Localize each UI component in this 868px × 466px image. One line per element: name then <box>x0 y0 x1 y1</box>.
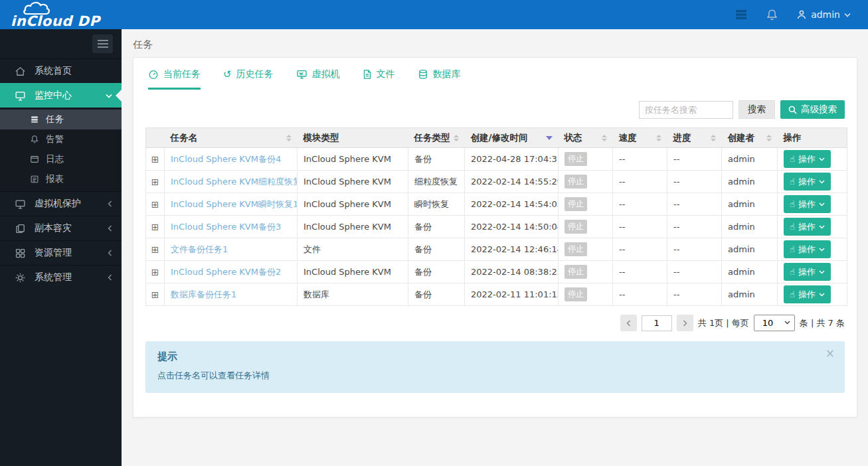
username: admin <box>811 9 840 20</box>
sort-icon <box>656 135 661 141</box>
hand-pointer-icon: ☝ <box>790 155 795 163</box>
row-action-button[interactable]: ☝ 操作 <box>784 263 831 281</box>
task-name-link[interactable]: InCloud Sphere KVM瞬时恢复1 <box>171 199 298 209</box>
status-badge: 停止 <box>564 287 587 301</box>
sidebar-item-replica-dr[interactable]: 副本容灾 <box>0 216 122 240</box>
tab-files[interactable]: 文件 <box>363 68 395 90</box>
progress-cell: -- <box>667 148 722 171</box>
next-page-button[interactable] <box>677 315 693 331</box>
column-status[interactable]: 状态 <box>559 128 613 148</box>
chevron-down-icon <box>819 225 825 229</box>
row-action-button[interactable]: ☝ 操作 <box>784 150 831 168</box>
column-progress[interactable]: 进度 <box>667 128 722 148</box>
column-created-time[interactable]: 创建/修改时间 <box>465 128 559 148</box>
sidebar-item-logs[interactable]: 日志 <box>0 149 122 169</box>
file-icon <box>363 69 372 80</box>
sort-icon <box>602 135 607 141</box>
task-search-input[interactable] <box>639 101 733 119</box>
close-icon[interactable]: × <box>825 348 835 359</box>
user-menu[interactable]: admin <box>796 9 851 20</box>
sidebar-item-home[interactable]: 系统首页 <box>0 58 122 83</box>
action-label: 操作 <box>798 198 816 210</box>
notifications-bell-icon[interactable] <box>766 9 778 21</box>
speed-cell: -- <box>613 238 667 261</box>
row-action-button[interactable]: ☝ 操作 <box>784 285 831 303</box>
chevron-left-icon <box>626 320 631 327</box>
sidebar-item-label: 系统管理 <box>35 272 72 283</box>
task-type-cell: 细粒度恢复 <box>408 171 465 193</box>
bell-icon <box>30 135 39 144</box>
log-window-icon <box>30 155 39 164</box>
sidebar-item-label: 报表 <box>46 173 64 185</box>
speed-cell: -- <box>613 261 667 283</box>
task-name-link[interactable]: InCloud Sphere KVM备份4 <box>171 154 281 164</box>
column-module-type[interactable]: 模块类型 <box>298 128 408 148</box>
per-page-select[interactable]: 10 <box>754 315 795 331</box>
task-name-link[interactable]: 文件备份任务1 <box>171 244 228 254</box>
grid-icon <box>15 248 26 259</box>
tab-history-tasks[interactable]: ↺ 历史任务 <box>223 68 274 90</box>
total-info: 条 | 共 7 条 <box>800 317 845 329</box>
database-icon <box>418 69 428 80</box>
sidebar-item-alerts[interactable]: 告警 <box>0 129 122 149</box>
task-type-cell: 瞬时恢复 <box>408 193 465 216</box>
sidebar-item-tasks[interactable]: 任务 <box>0 110 122 129</box>
tab-current-tasks[interactable]: 当前任务 <box>148 68 201 90</box>
tasks-table: 任务名 模块类型 任务类型 创建/修改时间 状态 速度 进度 创建者 操作 ⊞ … <box>145 127 847 306</box>
expand-row-icon[interactable]: ⊞ <box>151 177 159 187</box>
pagination: 共 1页 | 每页 10 条 | 共 7 条 <box>145 315 845 331</box>
task-name-link[interactable]: InCloud Sphere KVM备份2 <box>171 267 281 277</box>
history-icon: ↺ <box>223 70 232 80</box>
chevron-down-icon <box>819 270 825 274</box>
sidebar-item-reports[interactable]: 报表 <box>0 169 122 189</box>
row-action-button[interactable]: ☝ 操作 <box>784 240 831 258</box>
status-badge: 停止 <box>564 197 587 211</box>
hand-pointer-icon: ☝ <box>790 177 795 186</box>
expand-row-icon[interactable]: ⊞ <box>151 154 159 165</box>
column-expand <box>146 128 165 148</box>
chevron-left-icon <box>108 225 112 232</box>
expand-row-icon[interactable]: ⊞ <box>151 199 159 210</box>
column-creator[interactable]: 创建者 <box>722 128 778 148</box>
task-name-link[interactable]: InCloud Sphere KVM备份3 <box>171 222 281 232</box>
sidebar-item-resource-management[interactable]: 资源管理 <box>0 240 122 265</box>
expand-row-icon[interactable]: ⊞ <box>151 222 159 232</box>
expand-row-icon[interactable]: ⊞ <box>151 289 159 300</box>
sidebar-item-monitoring-center[interactable]: 监控中心 <box>0 83 122 108</box>
cloud-icon <box>23 1 65 15</box>
progress-cell: -- <box>667 216 722 238</box>
column-task-name[interactable]: 任务名 <box>165 128 298 148</box>
sidebar-item-label: 系统首页 <box>35 65 72 77</box>
prev-page-button[interactable] <box>620 315 637 331</box>
search-button[interactable]: 搜索 <box>738 100 775 119</box>
created-time-cell: 2022-02-14 14:54:03 <box>465 193 559 216</box>
row-action-button[interactable]: ☝ 操作 <box>784 218 831 236</box>
sidebar-item-system-management[interactable]: 系统管理 <box>0 265 122 289</box>
sidebar-item-label: 任务 <box>46 114 64 125</box>
sort-icon <box>454 135 459 141</box>
copy-pages-icon <box>15 223 26 234</box>
sidebar-item-vm-protection[interactable]: 虚拟机保护 <box>0 191 122 216</box>
status-badge: 停止 <box>564 265 587 279</box>
creator-cell: admin <box>722 238 778 261</box>
expand-row-icon[interactable]: ⊞ <box>151 267 159 277</box>
advanced-search-button[interactable]: 高级搜索 <box>780 100 845 119</box>
task-name-link[interactable]: InCloud Sphere KVM细粒度恢复1 <box>171 177 298 187</box>
created-time-cell: 2022-02-14 08:38:23 <box>465 261 559 283</box>
row-action-button[interactable]: ☝ 操作 <box>784 195 831 213</box>
task-type-cell: 备份 <box>408 148 465 171</box>
page-number-input[interactable] <box>642 315 672 331</box>
expand-row-icon[interactable]: ⊞ <box>151 244 159 255</box>
row-action-button[interactable]: ☝ 操作 <box>784 173 831 191</box>
servers-icon[interactable] <box>735 9 748 20</box>
tab-databases[interactable]: 数据库 <box>418 68 461 90</box>
column-speed[interactable]: 速度 <box>613 128 667 148</box>
column-task-type[interactable]: 任务类型 <box>408 128 465 148</box>
sidebar-collapse-button[interactable] <box>92 35 113 53</box>
chevron-left-icon <box>108 200 112 207</box>
tab-virtual-machines[interactable]: 虚拟机 <box>296 68 340 90</box>
module-type-cell: 文件 <box>298 238 408 261</box>
app-logo: inCloud DP <box>11 0 100 29</box>
tasks-card: 当前任务 ↺ 历史任务 虚拟机 文件 <box>133 57 857 418</box>
task-name-link[interactable]: 数据库备份任务1 <box>171 289 236 299</box>
